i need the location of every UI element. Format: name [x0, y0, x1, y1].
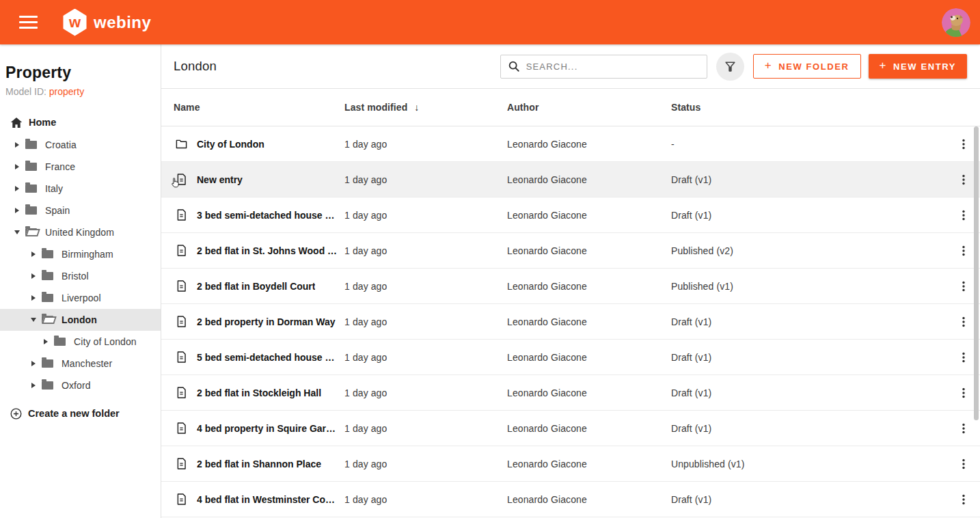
row-actions-menu[interactable]	[950, 415, 977, 442]
file-icon	[175, 493, 188, 506]
column-header-author[interactable]: Author	[507, 102, 671, 113]
webiny-admin-app: w webiny Property Model ID: prop	[0, 0, 980, 518]
content-toolbar: London + NEW FOLDER	[161, 44, 980, 89]
page-title: London	[174, 59, 217, 74]
row-name: New entry	[197, 174, 243, 185]
folder-open-icon	[25, 228, 37, 236]
sidebar-item-london[interactable]: London	[0, 309, 161, 331]
row-status: Draft (v1)	[671, 494, 947, 505]
table-row[interactable]: 2 bed property in Dorman Way 1 day ago L…	[161, 304, 980, 340]
table-row[interactable]: 4 bed flat in Westminster Co… 1 day ago …	[161, 482, 980, 517]
search-icon	[508, 60, 520, 72]
hand-pointer-cursor	[170, 177, 180, 191]
folder-icon	[42, 250, 53, 258]
row-name: 2 bed flat in St. Johns Wood …	[197, 245, 337, 256]
column-header-last-modified[interactable]: Last modified ↓	[344, 102, 507, 113]
new-folder-button[interactable]: + NEW FOLDER	[753, 54, 861, 79]
sidebar-item-italy[interactable]: Italy	[0, 178, 161, 200]
chevron-right-icon[interactable]	[14, 164, 21, 169]
chevron-right-icon[interactable]	[30, 251, 37, 257]
chevron-right-icon[interactable]	[42, 339, 49, 344]
sidebar-item-croatia[interactable]: Croatia	[0, 134, 161, 156]
chevron-right-icon[interactable]	[30, 295, 37, 301]
folder-icon	[42, 294, 53, 302]
sidebar-item-liverpool[interactable]: Liverpool	[0, 287, 161, 309]
chevron-right-icon[interactable]	[30, 361, 37, 366]
table-row[interactable]: 2 bed flat in Stockleigh Hall 1 day ago …	[161, 375, 980, 411]
file-icon	[175, 315, 188, 328]
row-status: -	[671, 139, 947, 150]
sidebar-item-spain[interactable]: Spain	[0, 200, 161, 221]
row-actions-menu[interactable]	[950, 131, 977, 158]
folder-icon	[25, 185, 37, 193]
row-actions-menu[interactable]	[950, 237, 977, 264]
model-title: Property	[5, 64, 150, 82]
row-author: Leonardo Giacone	[507, 210, 671, 221]
row-modified: 1 day ago	[344, 459, 507, 469]
folder-icon	[25, 206, 37, 215]
row-actions-menu[interactable]	[950, 450, 977, 478]
row-actions-menu[interactable]	[950, 166, 977, 193]
new-entry-button[interactable]: + NEW ENTRY	[869, 54, 967, 79]
table-row[interactable]: 2 bed flat in Shannon Place 1 day ago Le…	[161, 446, 980, 482]
row-status: Draft (v1)	[671, 210, 947, 221]
sidebar-item-home[interactable]: Home	[0, 111, 161, 134]
row-author: Leonardo Giacone	[507, 139, 671, 150]
row-actions-menu[interactable]	[950, 308, 977, 336]
chevron-down-icon[interactable]	[14, 230, 21, 234]
row-modified: 1 day ago	[344, 139, 507, 150]
row-status: Published (v1)	[671, 281, 947, 292]
row-status: Published (v2)	[671, 245, 947, 256]
row-status: Draft (v1)	[671, 316, 947, 327]
hamburger-menu-icon[interactable]	[19, 16, 38, 29]
create-folder-button[interactable]: Create a new folder	[0, 402, 161, 425]
column-header-status[interactable]: Status	[671, 102, 947, 113]
row-modified: 1 day ago	[344, 174, 507, 185]
row-actions-menu[interactable]	[950, 202, 977, 229]
sidebar-item-birmingham[interactable]: Birmingham	[0, 243, 161, 265]
chevron-right-icon[interactable]	[30, 383, 37, 388]
sidebar-item-bristol[interactable]: Bristol	[0, 265, 161, 287]
table-row[interactable]: 2 bed flat in St. Johns Wood … 1 day ago…	[161, 233, 980, 269]
row-author: Leonardo Giacone	[507, 423, 671, 434]
row-status: Draft (v1)	[671, 174, 947, 185]
chevron-right-icon[interactable]	[14, 208, 21, 213]
table-row[interactable]: City of London 1 day ago Leonardo Giacon…	[161, 126, 980, 162]
file-icon	[175, 280, 188, 292]
sidebar-item-manchester[interactable]: Manchester	[0, 353, 161, 374]
filter-button[interactable]	[716, 53, 744, 81]
chevron-down-icon[interactable]	[30, 318, 37, 322]
folder-icon	[25, 141, 37, 149]
table-row[interactable]: 4 bed property in Squire Gar… 1 day ago …	[161, 411, 980, 446]
row-actions-menu[interactable]	[950, 273, 977, 300]
row-actions-menu[interactable]	[950, 344, 977, 371]
sidebar-item-united-kingdom[interactable]: United Kingdom	[0, 221, 161, 243]
model-id: Model ID: property	[5, 86, 150, 97]
file-icon	[175, 208, 188, 221]
row-author: Leonardo Giacone	[507, 316, 671, 327]
row-modified: 1 day ago	[344, 387, 507, 398]
search-input[interactable]	[526, 62, 700, 72]
folder-icon	[54, 338, 66, 346]
table-row[interactable]: 5 bed semi-detached house … 1 day ago Le…	[161, 340, 980, 375]
table-row[interactable]: New entry 1 day ago Leonardo Giacone Dra…	[161, 162, 980, 197]
row-actions-menu[interactable]	[950, 486, 977, 513]
row-author: Leonardo Giacone	[507, 459, 671, 469]
sidebar-item-france[interactable]: France	[0, 156, 161, 178]
row-modified: 1 day ago	[344, 210, 507, 221]
row-modified: 1 day ago	[344, 245, 507, 256]
sidebar-item-city-of-london[interactable]: City of London	[0, 331, 161, 353]
sidebar-item-oxford[interactable]: Oxford	[0, 374, 161, 396]
row-name: 2 bed flat in Stockleigh Hall	[197, 387, 321, 398]
chevron-right-icon[interactable]	[30, 273, 37, 279]
folder-icon	[42, 359, 53, 368]
chevron-right-icon[interactable]	[14, 186, 21, 191]
table-scrollbar[interactable]	[974, 126, 979, 420]
table-row[interactable]: 3 bed semi-detached house … 1 day ago Le…	[161, 197, 980, 233]
chevron-right-icon[interactable]	[14, 142, 21, 148]
file-icon	[175, 457, 188, 470]
column-header-name[interactable]: Name	[174, 102, 344, 113]
row-actions-menu[interactable]	[950, 379, 977, 407]
user-avatar[interactable]	[942, 8, 970, 37]
table-row[interactable]: 2 bed flat in Boydell Court 1 day ago Le…	[161, 269, 980, 304]
